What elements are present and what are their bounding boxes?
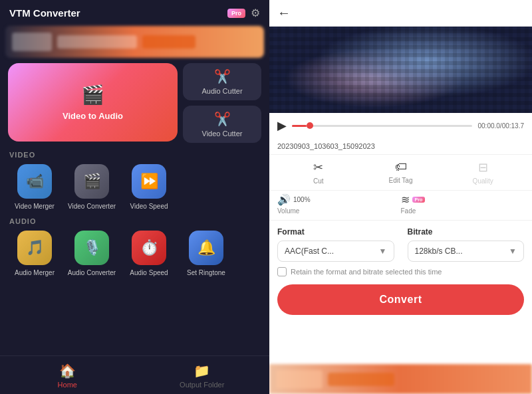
- nav-output-folder[interactable]: 📁 Output Folder: [135, 363, 270, 389]
- volume-icon: 🔊: [277, 193, 291, 206]
- volume-percent: 100%: [293, 196, 311, 203]
- set-ringtone-item[interactable]: 🔔 Set Ringtone: [180, 231, 233, 277]
- bottom-ad: [269, 364, 532, 394]
- video-grid: 📹 Video Merger 🎬 Video Converter ⏩ Video…: [0, 164, 269, 217]
- right-header: ←: [269, 0, 532, 27]
- video-cutter-card[interactable]: ✂️ Video Cutter: [183, 106, 261, 143]
- format-col: Format AAC(Fast C... ▼: [277, 227, 394, 262]
- format-section: Format AAC(Fast C... ▼ Bitrate 128kb/s C…: [269, 221, 532, 320]
- progress-bar-fill: [292, 125, 307, 127]
- audio-converter-item[interactable]: 🎙️ Audio Converter: [65, 231, 118, 277]
- video-converter-label: Video Converter: [68, 202, 116, 211]
- quality-tool[interactable]: ⊟ Quality: [442, 160, 524, 185]
- audio-merger-label: Audio Merger: [15, 268, 55, 277]
- progress-row: ▶ 00:00.0/00:13.7: [277, 118, 524, 133]
- pixel-overlay: [269, 27, 532, 113]
- bottom-ad-block-2: [328, 373, 394, 386]
- bottom-ad-block-1: [276, 370, 323, 389]
- volume-item: 🔊 100% Volume: [277, 193, 401, 215]
- video-preview: [269, 27, 532, 113]
- video-converter-icon: 🎬: [74, 164, 109, 199]
- retain-checkbox[interactable]: [277, 267, 287, 276]
- audio-section-header: AUDIO: [0, 217, 269, 231]
- format-value: AAC(Fast C...: [285, 246, 334, 256]
- audio-merger-icon: 🎵: [17, 231, 52, 265]
- audio-cutter-icon: ✂️: [214, 68, 231, 84]
- audio-cutter-card[interactable]: ✂️ Audio Cutter: [183, 63, 261, 100]
- video-cutter-label: Video Cutter: [202, 130, 243, 138]
- video-converter-item[interactable]: 🎬 Video Converter: [65, 164, 118, 211]
- cut-label: Cut: [313, 177, 324, 185]
- home-label: Home: [58, 381, 77, 389]
- bitrate-value: 128kb/s CB...: [415, 246, 463, 256]
- audio-converter-label: Audio Converter: [68, 268, 116, 277]
- ad-block-2: [57, 35, 137, 49]
- fade-item: ≋ Pro Fade: [401, 193, 525, 215]
- video-controls: ▶ 00:00.0/00:13.7: [269, 113, 532, 137]
- pro-badge[interactable]: Pro: [227, 9, 245, 18]
- folder-icon: 📁: [194, 363, 210, 379]
- side-cards: ✂️ Audio Cutter ✂️ Video Cutter: [183, 63, 261, 143]
- ad-block-3: [142, 35, 196, 49]
- bitrate-label: Bitrate: [408, 227, 525, 237]
- app-header: VTM Converter Pro ⚙: [0, 0, 269, 26]
- format-row: Format AAC(Fast C... ▼ Bitrate 128kb/s C…: [277, 227, 524, 262]
- fade-label: Fade: [401, 207, 416, 215]
- audio-converter-icon: 🎙️: [74, 231, 109, 265]
- convert-button[interactable]: Convert: [277, 284, 524, 315]
- set-ringtone-label: Set Ringtone: [187, 268, 225, 277]
- video-section-header: VIDEO: [0, 151, 269, 164]
- audio-speed-label: Audio Speed: [130, 268, 168, 277]
- back-arrow-icon[interactable]: ←: [277, 5, 291, 21]
- set-ringtone-icon: 🔔: [189, 231, 223, 265]
- right-panel: ← ▶ 00:00.0/00:13.7 20230903_103603_1509…: [269, 0, 532, 394]
- edit-tag-tool[interactable]: 🏷 Edit Tag: [360, 160, 442, 185]
- fade-pro-badge[interactable]: Pro: [412, 197, 426, 203]
- audio-merger-item[interactable]: 🎵 Audio Merger: [8, 231, 61, 277]
- header-icons: Pro ⚙: [227, 7, 260, 19]
- video-speed-item[interactable]: ⏩ Video Speed: [122, 164, 176, 211]
- left-panel: VTM Converter Pro ⚙ 🎬 Video to Audio ✂️ …: [0, 0, 269, 394]
- gear-icon[interactable]: ⚙: [251, 7, 260, 19]
- bitrate-select[interactable]: 128kb/s CB... ▼: [408, 241, 525, 262]
- video-merger-item[interactable]: 📹 Video Merger: [8, 164, 61, 211]
- nav-home[interactable]: 🏠 Home: [0, 363, 135, 389]
- quality-icon: ⊟: [478, 160, 488, 175]
- format-select[interactable]: AAC(Fast C... ▼: [277, 241, 394, 262]
- volume-label: Volume: [277, 207, 299, 215]
- app-title: VTM Converter: [9, 7, 80, 19]
- video-merger-label: Video Merger: [15, 202, 55, 211]
- video-merger-icon: 📹: [17, 164, 52, 199]
- video-to-audio-icon: 🎬: [81, 84, 104, 106]
- ad-block-1: [12, 33, 52, 51]
- bottom-nav: 🏠 Home 📁 Output Folder: [0, 355, 269, 394]
- audio-speed-item[interactable]: ⏱️ Audio Speed: [122, 231, 176, 277]
- home-icon: 🏠: [59, 363, 76, 379]
- audio-speed-icon: ⏱️: [132, 231, 166, 265]
- video-to-audio-label: Video to Audio: [63, 111, 123, 121]
- video-speed-label: Video Speed: [130, 202, 168, 211]
- cut-tool[interactable]: ✂ Cut: [277, 160, 360, 185]
- tag-icon: 🏷: [395, 160, 407, 174]
- checkbox-row: Retain the format and bitrate selected t…: [277, 267, 524, 276]
- audio-grid: 🎵 Audio Merger 🎙️ Audio Converter ⏱️ Aud…: [0, 231, 269, 284]
- video-cutter-icon: ✂️: [214, 111, 231, 127]
- retain-label: Retain the format and bitrate selected t…: [291, 268, 442, 276]
- quality-label: Quality: [473, 177, 493, 185]
- feature-cards: 🎬 Video to Audio ✂️ Audio Cutter ✂️ Vide…: [0, 63, 269, 151]
- adjust-row: 🔊 100% Volume ≋ Pro Fade: [269, 191, 532, 221]
- audio-cutter-label: Audio Cutter: [201, 87, 242, 95]
- folder-label: Output Folder: [180, 381, 224, 389]
- video-to-audio-card[interactable]: 🎬 Video to Audio: [8, 63, 178, 142]
- video-speed-icon: ⏩: [132, 164, 166, 199]
- fade-icon: ≋: [401, 193, 410, 206]
- progress-bar-track[interactable]: [292, 125, 472, 127]
- format-arrow-icon: ▼: [379, 246, 387, 256]
- fade-icon-row: ≋ Pro: [401, 193, 426, 206]
- time-label: 00:00.0/00:13.7: [477, 122, 524, 130]
- play-button[interactable]: ▶: [277, 118, 287, 133]
- file-name: 20230903_103603_15092023: [269, 137, 532, 155]
- bitrate-col: Bitrate 128kb/s CB... ▼: [408, 227, 525, 262]
- ad-banner: [5, 26, 264, 58]
- tool-row: ✂ Cut 🏷 Edit Tag ⊟ Quality: [269, 155, 532, 191]
